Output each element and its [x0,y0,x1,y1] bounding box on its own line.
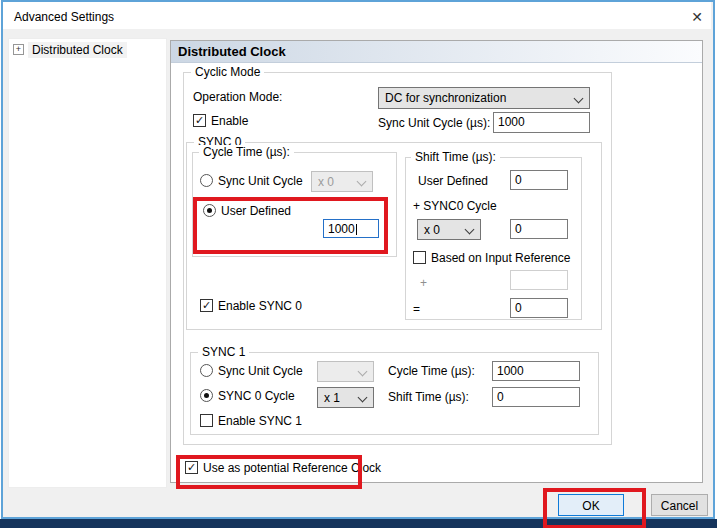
ok-button[interactable]: OK [558,494,624,516]
chevron-down-icon [574,94,584,104]
settings-tree-panel [8,38,167,488]
sync0-sync-unit-cycle-radio[interactable] [200,174,213,187]
sync0-cycle-time-legend: Cycle Time (µs): [199,145,294,159]
sync-unit-cycle-input[interactable]: 1000 [493,112,590,133]
shift-plus-input[interactable] [510,270,568,290]
close-icon[interactable]: ✕ [688,8,706,26]
bottom-bar [0,519,717,528]
enable-sync0-checkbox[interactable]: ✓ [200,299,213,312]
sync0-user-defined-radio[interactable] [203,204,216,217]
tree-item-distributed-clock[interactable]: Distributed Clock [28,42,127,58]
enable-checkbox[interactable]: ✓ [193,114,206,127]
shift-user-defined-label: User Defined [418,174,488,188]
shift-user-defined-input[interactable]: 0 [510,170,568,190]
shift-multiplier-select[interactable]: x 0 [417,219,481,240]
sync1-shift-time-input[interactable]: 0 [492,387,580,407]
enable-label[interactable]: Enable [211,114,248,128]
sync0-shift-time-legend: Shift Time (µs): [411,150,500,164]
sync0-user-defined-input[interactable]: 1000 [323,219,379,238]
enable-sync0-label[interactable]: Enable SYNC 0 [218,299,302,313]
cancel-button[interactable]: Cancel [651,494,708,516]
chevron-down-icon [357,177,367,187]
sync1-legend: SYNC 1 [198,345,249,359]
based-on-input-reference-label[interactable]: Based on Input Reference [431,251,570,265]
sync0-cycle-multiplier-select[interactable]: x 0 [311,171,373,192]
screen: Advanced Settings ✕ + Distributed Clock … [0,0,717,528]
shift-equals-label: = [413,302,420,316]
sync-unit-cycle-label: Sync Unit Cycle (µs): [378,116,490,130]
sync0-user-defined-radio-label[interactable]: User Defined [221,204,291,218]
chevron-down-icon [465,225,475,235]
chevron-down-icon [358,367,368,377]
sync1-sync0-multiplier-value: x 1 [324,391,340,405]
plus-sync0-cycle-label: + SYNC0 Cycle [413,199,497,213]
enable-sync1-checkbox[interactable] [200,414,213,427]
dialog-title: Advanced Settings [14,10,114,24]
sync1-cycle-time-input[interactable]: 1000 [492,361,580,381]
enable-sync1-label[interactable]: Enable SYNC 1 [218,414,302,428]
sync1-sync-unit-cycle-radio[interactable] [200,364,213,377]
sync1-sync-unit-cycle-radio-label[interactable]: Sync Unit Cycle [218,364,303,378]
tree-expander-icon[interactable]: + [13,44,24,55]
shift-plus-label: + [420,276,427,290]
operation-mode-value: DC for synchronization [385,91,506,105]
shift-multiplier-result-input[interactable]: 0 [510,219,568,239]
page-title: Distributed Clock [178,44,286,59]
chevron-down-icon [358,393,368,403]
cyclic-mode-legend: Cyclic Mode [191,65,264,79]
sync1-unit-multiplier-select[interactable] [317,361,374,382]
sync0-sync-unit-cycle-radio-label[interactable]: Sync Unit Cycle [218,174,303,188]
reference-clock-label[interactable]: Use as potential Reference Clock [203,461,381,475]
based-on-input-reference-checkbox[interactable] [413,251,426,264]
sync1-sync0-cycle-radio-label[interactable]: SYNC 0 Cycle [218,389,295,403]
sync1-sync0-multiplier-select[interactable]: x 1 [317,387,374,408]
operation-mode-select[interactable]: DC for synchronization [378,87,590,109]
sync0-cycle-multiplier-value: x 0 [318,175,334,189]
sync1-sync0-cycle-radio[interactable] [200,389,213,402]
shift-multiplier-value: x 0 [424,223,440,237]
shift-equals-input[interactable]: 0 [510,298,568,318]
reference-clock-checkbox[interactable]: ✓ [185,461,198,474]
sync1-shift-time-label: Shift Time (µs): [388,390,469,404]
sync1-cycle-time-label: Cycle Time (µs): [388,364,475,378]
operation-mode-label: Operation Mode: [193,90,282,104]
